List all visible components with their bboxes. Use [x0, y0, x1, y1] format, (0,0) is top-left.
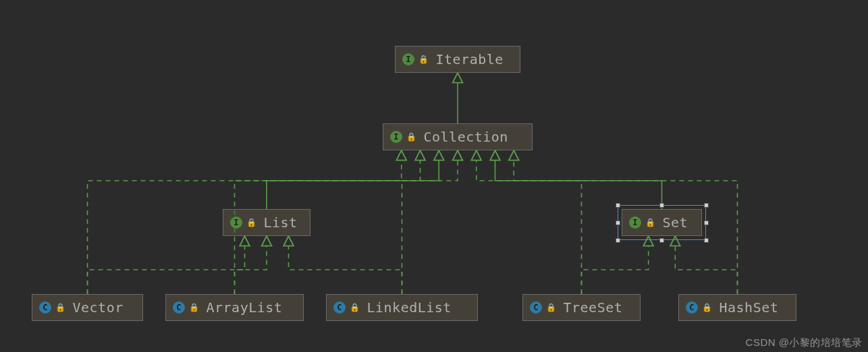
edge [495, 150, 662, 209]
selection-handle[interactable] [659, 203, 664, 208]
node-label: TreeSet [564, 299, 623, 316]
lock-icon: 🔒 [246, 218, 257, 227]
class-badge-icon: C [39, 301, 51, 314]
node-vector[interactable]: C🔒Vector [32, 294, 143, 321]
class-badge-icon: C [173, 301, 185, 314]
node-set[interactable]: I🔒Set [622, 209, 702, 236]
edge [289, 236, 402, 294]
class-badge-icon: C [333, 301, 346, 314]
lock-icon: 🔒 [645, 218, 656, 227]
node-label: HashSet [720, 299, 779, 316]
node-label: LinkedList [367, 299, 452, 316]
node-list[interactable]: I🔒List [223, 209, 310, 236]
selection-handle[interactable] [659, 238, 664, 243]
node-label: Set [663, 214, 688, 231]
node-collection[interactable]: I🔒Collection [383, 123, 533, 150]
diagram-canvas: I🔒IterableI🔒CollectionI🔒ListI🔒SetC🔒Vecto… [0, 0, 868, 352]
node-label: Vector [73, 299, 124, 316]
lock-icon: 🔒 [702, 303, 713, 312]
class-badge-icon: C [686, 301, 698, 314]
node-treeset[interactable]: C🔒TreeSet [522, 294, 641, 321]
interface-badge-icon: I [230, 216, 242, 229]
node-arraylist[interactable]: C🔒ArrayList [165, 294, 304, 321]
edge [235, 236, 267, 294]
interface-badge-icon: I [390, 131, 402, 143]
selection-handle[interactable] [616, 238, 620, 243]
interface-badge-icon: I [402, 53, 414, 65]
interface-badge-icon: I [629, 216, 641, 229]
lock-icon: 🔒 [406, 132, 417, 142]
edge [267, 150, 439, 209]
node-label: List [264, 214, 298, 231]
class-badge-icon: C [530, 301, 542, 314]
node-label: Collection [424, 129, 508, 145]
selection-handle[interactable] [704, 238, 709, 243]
watermark-text: CSDN @小黎的培培笔录 [746, 336, 863, 349]
lock-icon: 🔒 [350, 303, 360, 312]
lock-icon: 🔒 [55, 303, 66, 312]
lock-icon: 🔒 [418, 55, 429, 64]
edge [675, 236, 737, 294]
selection-handle[interactable] [616, 203, 620, 208]
node-label: ArrayList [207, 299, 283, 316]
selection-handle[interactable] [616, 221, 620, 225]
edge [88, 236, 245, 294]
selection-handle[interactable] [704, 221, 709, 225]
selection-handle[interactable] [704, 203, 709, 208]
node-hashset[interactable]: C🔒HashSet [678, 294, 796, 321]
edge [477, 150, 582, 294]
lock-icon: 🔒 [189, 303, 200, 312]
edge [582, 236, 649, 294]
node-label: Iterable [436, 51, 504, 67]
node-iterable[interactable]: I🔒Iterable [395, 46, 520, 73]
edge [402, 150, 458, 294]
node-linkedlist[interactable]: C🔒LinkedList [326, 294, 478, 321]
lock-icon: 🔒 [546, 303, 557, 312]
